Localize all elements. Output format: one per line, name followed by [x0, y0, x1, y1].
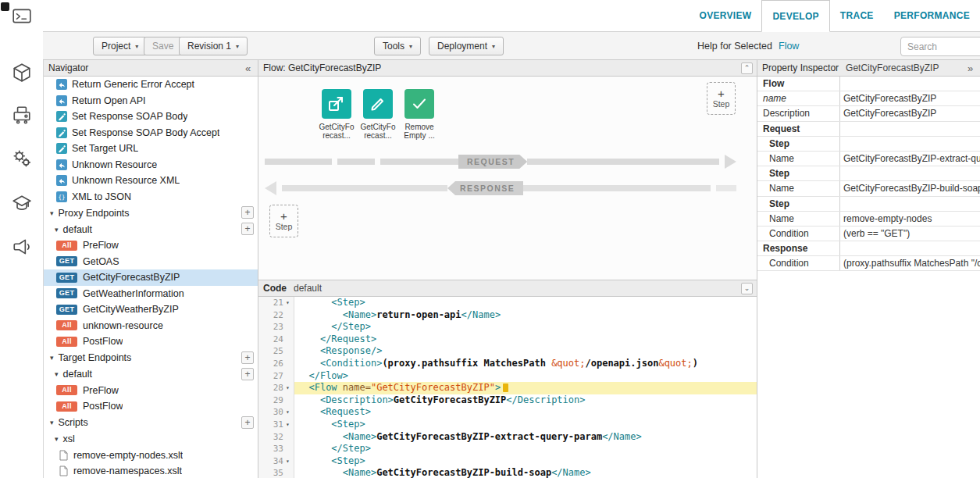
request-flow-bar[interactable]: REQUEST	[265, 155, 736, 169]
inspector-row-request[interactable]: Request	[757, 122, 980, 137]
code-line-25[interactable]: 25 <Response/>	[258, 345, 757, 358]
nav-group-default[interactable]: ▾default+	[44, 221, 258, 237]
nav-policy-set-response-soap-body-accept[interactable]: Set Response SOAP Body Accept	[44, 125, 258, 141]
code-line-29[interactable]: 29 <Description>GetCityForecastByZIP</De…	[258, 394, 757, 407]
nav-section-proxy-endpoints[interactable]: ▾Proxy Endpoints+	[44, 205, 258, 221]
code-line-28[interactable]: 28▾ <Flow name="GetCityForecastByZIP">	[258, 382, 757, 394]
nav-flow-postflow[interactable]: AllPostFlow	[44, 398, 258, 415]
nav-flow-preflow[interactable]: AllPreFlow	[44, 237, 258, 254]
nav-flow-getweatherinformation[interactable]: GETGetWeatherInformation	[44, 286, 258, 302]
graduation-cap-icon[interactable]	[12, 193, 32, 213]
nav-policy-unknown-resource[interactable]: Unknown Resource	[44, 157, 258, 173]
nav-group-xsl[interactable]: ▾xsl	[44, 431, 258, 448]
nav-file-remove-empty-nodes-xslt[interactable]: remove-empty-nodes.xslt	[44, 448, 258, 464]
tab-develop[interactable]: DEVELOP	[761, 0, 829, 32]
property-label: Step	[757, 137, 840, 151]
expand-triangle-icon[interactable]: ▾	[55, 226, 59, 234]
collapse-navigator-icon[interactable]: «	[242, 62, 254, 74]
add-button[interactable]: +	[241, 223, 254, 235]
tab-performance[interactable]: PERFORMANCE	[884, 0, 980, 31]
inspector-row-name[interactable]: Nameremove-empty-nodes	[757, 212, 980, 227]
fold-arrow-icon[interactable]: ▾	[283, 382, 292, 394]
collapse-code-panel-icon[interactable]: ⌄	[741, 283, 753, 294]
nav-flow-getcityforecastbyzip[interactable]: GETGetCityForecastByZIP	[44, 269, 258, 286]
code-line-31[interactable]: 31▾ <Step>	[258, 419, 757, 431]
fold-arrow-icon[interactable]: ▾	[283, 297, 292, 309]
terminal-icon[interactable]	[12, 6, 32, 27]
nav-policy-xml-to-json[interactable]: {}XML to JSON	[44, 189, 258, 205]
expand-triangle-icon[interactable]: ▾	[50, 209, 54, 217]
expand-triangle-icon[interactable]: ▾	[50, 419, 54, 426]
nav-policy-return-open-api[interactable]: Return Open API	[44, 93, 258, 109]
expand-triangle-icon[interactable]: ▾	[55, 435, 59, 443]
inspector-row-step[interactable]: Step	[757, 197, 980, 212]
add-button[interactable]: +	[241, 368, 254, 380]
inspector-row-response[interactable]: Response	[757, 241, 980, 256]
selected-flow-help-link[interactable]: Flow	[779, 41, 799, 52]
inspector-row-step[interactable]: Step	[757, 137, 980, 152]
nav-flow-unknown-resource[interactable]: Allunknown-resource	[44, 318, 258, 334]
inspector-row-description[interactable]: DescriptionGetCityForecastByZIP	[757, 106, 980, 121]
inspector-row-condition[interactable]: Condition(proxy.pathsuffix MatchesPath "…	[757, 256, 980, 271]
nav-policy-set-response-soap-body[interactable]: Set Response SOAP Body	[44, 109, 258, 125]
policy-tile-build-soap[interactable]	[363, 89, 393, 119]
nav-flow-getcityweatherbyzip[interactable]: GETGetCityWeatherByZIP	[44, 301, 258, 318]
revision-menu-button[interactable]: Revision 1▾	[179, 37, 248, 55]
add-step-button-response[interactable]: + Step	[269, 205, 298, 237]
collapse-flow-panel-icon[interactable]: ⌃	[741, 62, 753, 74]
expand-triangle-icon[interactable]: ▾	[50, 354, 54, 362]
code-line-24[interactable]: 24 </Request>	[258, 334, 757, 346]
code-line-30[interactable]: 30▾ <Request>	[258, 406, 757, 419]
fold-arrow-icon[interactable]: ▾	[283, 419, 292, 431]
inspector-row-condition[interactable]: Condition(verb == "GET")	[757, 227, 980, 241]
code-line-27[interactable]: 27 </Flow>	[258, 370, 757, 383]
save-button[interactable]: Save	[144, 37, 182, 55]
nav-policy-unknown-resource-xml[interactable]: Unknown Resource XML	[44, 173, 258, 189]
deployment-menu-button[interactable]: Deployment▾	[429, 37, 504, 55]
add-button[interactable]: +	[241, 206, 254, 219]
flow-canvas[interactable]: GetCityForecast... GetCityForecast... Re…	[258, 77, 757, 280]
response-flow-bar[interactable]: RESPONSE	[265, 181, 736, 195]
search-input[interactable]	[900, 37, 980, 56]
tab-trace[interactable]: TRACE	[830, 0, 884, 31]
gears-icon[interactable]	[12, 148, 32, 169]
policy-tile-remove-empty[interactable]	[404, 89, 434, 119]
code-line-22[interactable]: 22 <Name>return-open-api</Name>	[258, 309, 757, 322]
nav-policy-return-generic-error-accept[interactable]: Return Generic Error Accept	[44, 77, 258, 93]
policy-tile-extract-query-param[interactable]	[322, 89, 351, 119]
code-line-32[interactable]: 32 <Name>GetCityForecastByZIP-extract-qu…	[258, 431, 757, 444]
inspector-row-step[interactable]: Step	[757, 166, 980, 181]
code-line-23[interactable]: 23 </Step>	[258, 321, 757, 334]
add-button[interactable]: +	[241, 351, 254, 364]
nav-policy-set-target-url[interactable]: Set Target URL	[44, 141, 258, 157]
add-button[interactable]: +	[241, 416, 254, 429]
collapse-inspector-icon[interactable]: »	[964, 62, 976, 74]
project-menu-button[interactable]: Project▾	[93, 37, 147, 55]
code-line-33[interactable]: 33 </Step>	[258, 443, 757, 455]
fold-arrow-icon[interactable]: ▾	[283, 406, 292, 419]
code-line-34[interactable]: 34▾ <Step>	[258, 455, 757, 468]
nav-group-default[interactable]: ▾default+	[44, 366, 258, 383]
inspector-row-name[interactable]: NameGetCityForecastByZIP-build-soap	[757, 181, 980, 196]
fold-arrow-icon[interactable]: ▾	[283, 455, 292, 468]
code-line-21[interactable]: 21▾ <Step>	[258, 297, 757, 309]
nav-flow-getoas[interactable]: GETGetOAS	[44, 254, 258, 270]
inspector-row-flow[interactable]: Flow	[757, 77, 980, 91]
code-line-26[interactable]: 26 <Condition>(proxy.pathsuffix MatchesP…	[258, 358, 757, 370]
nav-section-target-endpoints[interactable]: ▾Target Endpoints+	[44, 350, 258, 366]
inspector-row-name[interactable]: nameGetCityForecastByZIP	[757, 91, 980, 106]
package-icon[interactable]	[12, 62, 32, 83]
add-step-button-request[interactable]: + Step	[707, 82, 736, 115]
megaphone-icon[interactable]	[12, 237, 32, 257]
code-line-35[interactable]: 35 <Name>GetCityForecastByZIP-build-soap…	[258, 467, 757, 478]
nav-section-scripts[interactable]: ▾Scripts+	[44, 415, 258, 431]
inspector-row-name[interactable]: NameGetCityForecastByZIP-extract-query-p…	[757, 152, 980, 166]
tools-menu-button[interactable]: Tools▾	[374, 37, 421, 55]
machine-icon[interactable]	[12, 105, 32, 125]
tab-overview[interactable]: OVERVIEW	[690, 0, 762, 31]
nav-file-remove-namespaces-xslt[interactable]: remove-namespaces.xslt	[44, 463, 258, 478]
code-editor[interactable]: 21▾ <Step>22 <Name>return-open-api</Name…	[258, 297, 757, 478]
nav-flow-postflow[interactable]: AllPostFlow	[44, 334, 258, 350]
expand-triangle-icon[interactable]: ▾	[55, 370, 59, 378]
nav-flow-preflow[interactable]: AllPreFlow	[44, 383, 258, 399]
